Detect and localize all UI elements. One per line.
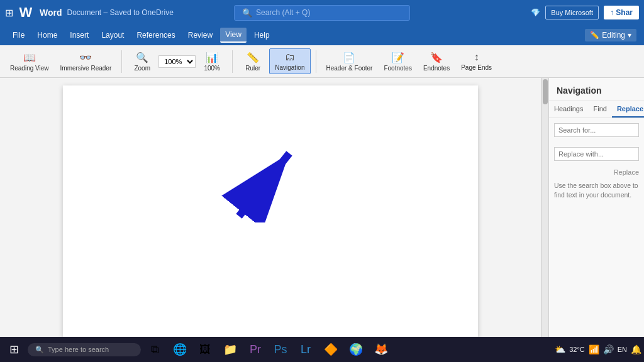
taskbar-tray: ⛅ 32°C 📶 🔊 EN 🔔 [555,344,641,354]
ribbon-sep-3 [316,50,316,73]
replace-with-input[interactable] [554,147,639,161]
footnotes-icon: 📝 [392,52,404,63]
ruler-icon: 📏 [247,52,259,63]
ribbon: 📖 Reading View 👓 Immersive Reader 🔍 Zoom… [0,45,644,78]
menu-view[interactable]: View [220,28,247,43]
page-ends-button[interactable]: ↕ Page Ends [456,49,497,74]
header-footer-icon: 📄 [343,52,355,63]
share-icon: ↑ [610,8,614,17]
zoom-percent-button[interactable]: 📊 100% [197,49,227,74]
app-name: Word [40,8,62,18]
zoom-button[interactable]: 🔍 Zoom [127,49,157,74]
navigation-button[interactable]: 🗂 Navigation [269,48,310,74]
document-area[interactable] [0,78,541,343]
nav-tab-replace[interactable]: Replace [612,101,644,118]
header-footer-button[interactable]: 📄 Header & Footer [321,49,378,74]
main-area: Navigation Headings Find Replace Replace… [0,78,644,343]
word-icon: W [16,3,36,23]
doc-name: Document – Saved to OneDrive [67,8,174,17]
footnotes-button[interactable]: 📝 Footnotes [379,49,416,74]
sound-icon: 🔊 [603,344,614,354]
replace-label: Replace [549,166,644,176]
nav-tab-find[interactable]: Find [588,101,611,118]
document-page[interactable] [63,85,478,337]
taskbar-photos[interactable]: 🖼 [194,338,216,361]
language-label: EN [618,346,627,353]
page-move-group: 📄 Header & Footer 📝 Footnotes 🔖 Endnotes… [321,49,497,74]
network-icon: 📶 [589,344,599,354]
taskbar-search-icon: 🔍 [35,346,44,354]
ribbon-sep-1 [121,50,122,73]
taskbar-app-vlc[interactable]: 🔶 [319,338,342,361]
page-ends-icon: ↕ [474,52,479,63]
menu-home[interactable]: Home [32,28,62,42]
menu-review[interactable]: Review [183,28,218,42]
taskbar-apps: ⧉ 🌐 🖼 📁 Pr Ps Lr 🔶 🌍 🦊 [143,338,552,361]
menu-references[interactable]: References [131,28,180,42]
buy-microsoft-button[interactable]: Buy Microsoft [545,6,599,19]
weather-icon: ⛅ [555,344,565,354]
zoom-select[interactable]: 100% 75% 125% [158,55,196,68]
start-button[interactable]: ⊞ [3,338,25,361]
taskbar-files[interactable]: 📁 [219,338,242,361]
taskbar-app-lr[interactable]: Lr [294,338,317,361]
immersive-reader-button[interactable]: 👓 Immersive Reader [55,49,117,74]
scrollbar-thumb[interactable] [543,79,548,104]
ribbon-sep-2 [232,50,233,73]
search-for-input[interactable] [554,123,639,137]
diamond-icon: 💎 [531,8,540,17]
nav-tabs: Headings Find Replace [549,101,644,118]
taskbar-search-input[interactable] [48,346,133,353]
taskbar-app-pr[interactable]: Pr [244,338,267,361]
taskbar-app-extra[interactable]: 🦊 [370,338,392,361]
taskbar-chrome[interactable]: 🌍 [345,338,367,361]
notification-icon[interactable]: 🔔 [631,344,641,354]
reading-view-icon: 📖 [23,52,36,63]
editing-button[interactable]: ✏️ Editing ▾ [585,29,636,41]
reading-view-button[interactable]: 📖 Reading View [5,49,54,74]
share-button[interactable]: ↑ Shar [604,6,639,19]
zoom-group: 🔍 Zoom 100% 75% 125% 📊 100% [127,49,227,74]
vertical-scrollbar[interactable] [541,78,548,343]
ruler-button[interactable]: 📏 Ruler [238,49,268,74]
menu-help[interactable]: Help [249,28,275,42]
show-group: 📏 Ruler 🗂 Navigation [238,48,310,74]
title-bar: ⊞ W Word Document – Saved to OneDrive 🔍 … [0,0,644,25]
editing-icon: ✏️ [590,31,599,40]
nav-tab-headings[interactable]: Headings [549,101,588,118]
zoom-icon: 🔍 [136,52,148,63]
chevron-down-icon: ▾ [628,31,631,40]
nav-description: Use the search box above to find text in… [549,176,644,204]
ribbon-views-group: 📖 Reading View 👓 Immersive Reader [5,49,116,74]
endnotes-icon: 🔖 [430,52,443,63]
navigation-icon: 🗂 [285,52,295,63]
taskbar-search[interactable]: 🔍 [28,343,141,356]
temperature: 32°C [569,346,585,353]
taskbar-app-ps[interactable]: Ps [269,338,292,361]
menu-insert[interactable]: Insert [65,28,94,42]
taskbar-edge[interactable]: 🌐 [169,338,191,361]
taskbar-task-view[interactable]: ⧉ [143,338,166,361]
search-icon: 🔍 [242,8,252,18]
menu-bar: File Home Insert Layout References Revie… [0,25,644,45]
immersive-reader-icon: 👓 [79,52,92,63]
navigation-panel: Navigation Headings Find Replace Replace… [548,78,644,343]
nav-panel-title: Navigation [549,78,644,101]
zoom-percent-icon: 📊 [206,52,218,63]
endnotes-button[interactable]: 🔖 Endnotes [418,49,455,74]
search-input[interactable] [256,8,402,17]
taskbar: ⊞ 🔍 ⧉ 🌐 🖼 📁 Pr Ps Lr 🔶 🌍 🦊 ⛅ 32°C 📶 🔊 EN… [0,337,644,362]
menu-layout[interactable]: Layout [96,28,129,42]
menu-file[interactable]: File [8,28,30,42]
search-box[interactable]: 🔍 [234,5,410,21]
app-logo: W Word [16,3,62,23]
grid-icon[interactable]: ⊞ [5,7,13,19]
title-bar-right: 💎 Buy Microsoft ↑ Shar [531,6,639,19]
